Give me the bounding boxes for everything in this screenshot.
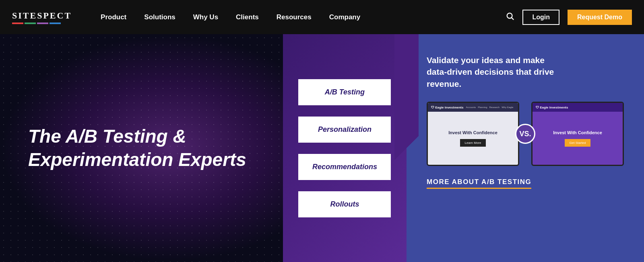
hero-headline: The A/B Testing & Experimentation Expert… — [28, 125, 255, 171]
mockup-get-started-btn[interactable]: Get Started — [565, 139, 591, 147]
menu-button-ab-testing[interactable]: A/B Testing — [298, 79, 391, 105]
hero-left-panel: The A/B Testing & Experimentation Expert… — [0, 34, 283, 262]
nav-item-solutions[interactable]: Solutions — [135, 13, 184, 21]
mockup-nav-item-4: Why Eagle — [502, 106, 513, 108]
mockup-nav-b: 🛡 Eagle Investments — [533, 103, 623, 112]
menu-button-recommendations[interactable]: Recommendations — [298, 154, 391, 180]
hero-right-panel: Validate your ideas and make data-driven… — [407, 34, 644, 262]
hero-section: The A/B Testing & Experimentation Expert… — [0, 34, 644, 262]
nav-item-company[interactable]: Company — [320, 13, 369, 21]
logo-color-blue — [50, 23, 61, 24]
mockup-nav-item-1: Accounts — [466, 106, 476, 108]
mockup-learn-more-btn[interactable]: Learn More — [460, 139, 486, 147]
nav-item-why-us[interactable]: Why Us — [184, 13, 227, 21]
mockup-title-a: Invest With Confidence — [448, 130, 497, 135]
mockup-nav-item-3: Research — [489, 106, 500, 108]
mockup-nav-item-2: Planning — [478, 106, 487, 108]
logo-color-green — [25, 23, 36, 24]
mockup-logo-b: 🛡 Eagle Investments — [536, 106, 568, 109]
logo-color-purple — [37, 23, 48, 24]
vs-mockup: 🛡 Eagle Investments Accounts Planning Re… — [427, 102, 624, 166]
menu-button-personalization[interactable]: Personalization — [298, 117, 391, 143]
nav-item-clients[interactable]: Clients — [227, 13, 268, 21]
search-icon[interactable] — [506, 12, 514, 23]
nav-item-resources[interactable]: Resources — [268, 13, 320, 21]
mockup-nav-a: 🛡 Eagle Investments Accounts Planning Re… — [428, 103, 518, 112]
hero-tagline: Validate your ideas and make data-driven… — [427, 54, 564, 90]
logo-underline — [12, 23, 72, 24]
mockup-screen-b: 🛡 Eagle Investments Invest With Confiden… — [531, 102, 624, 166]
login-button[interactable]: Login — [522, 10, 559, 25]
nav-item-product[interactable]: Product — [92, 13, 135, 21]
logo-text: SiteSpect — [12, 10, 72, 21]
svg-point-0 — [507, 13, 512, 18]
vs-label: VS. — [515, 124, 535, 144]
nav-links: Product Solutions Why Us Clients Resourc… — [92, 13, 506, 21]
nav-right: Login Request Demo — [506, 10, 632, 25]
navbar: SiteSpect Product Solutions Why Us Clien… — [0, 0, 644, 34]
request-demo-button[interactable]: Request Demo — [568, 10, 632, 25]
svg-line-1 — [512, 18, 514, 20]
logo-color-red — [12, 23, 23, 24]
more-link-area: MORE ABOUT A/B TESTING — [427, 178, 624, 189]
mockup-logo-a: 🛡 Eagle Investments — [431, 106, 463, 109]
mockup-screen-a: 🛡 Eagle Investments Accounts Planning Re… — [427, 102, 519, 166]
mockup-body-a: Invest With Confidence Learn More — [428, 112, 518, 165]
menu-button-rollouts[interactable]: Rollouts — [298, 191, 391, 217]
mockup-body-b: Invest With Confidence Get Started — [533, 112, 623, 165]
more-about-ab-testing-link[interactable]: MORE ABOUT A/B TESTING — [427, 178, 531, 189]
hero-menu-panel: A/B Testing Personalization Recommendati… — [283, 34, 407, 262]
logo[interactable]: SiteSpect — [12, 10, 72, 24]
mockup-nav-items-a: Accounts Planning Research Why Eagle — [466, 106, 513, 108]
mockup-title-b: Invest With Confidence — [553, 130, 602, 135]
